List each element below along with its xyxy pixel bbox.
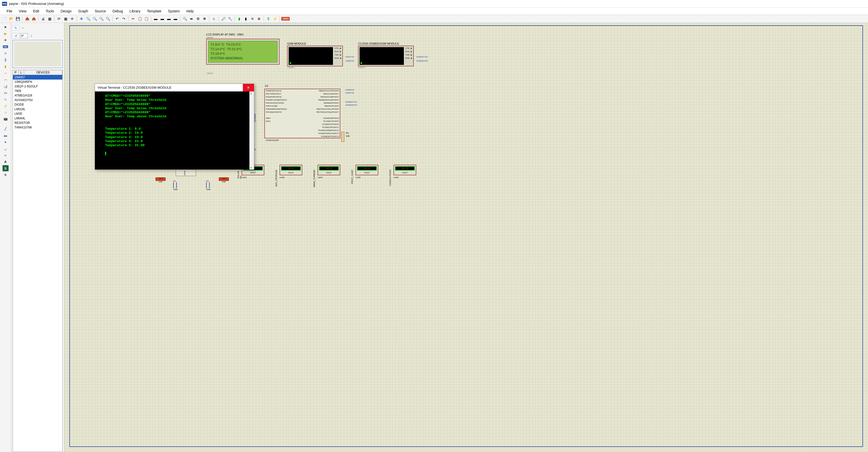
make-device-icon[interactable]: ➡ (188, 16, 194, 22)
device-item[interactable]: LM044L (13, 116, 62, 121)
virtual-instrument-icon[interactable]: 📟 (3, 116, 9, 122)
menu-design[interactable]: Design (58, 8, 75, 14)
text-script-tool-icon[interactable]: ≡ (3, 50, 9, 56)
circle-tool-icon[interactable]: ● (3, 139, 9, 145)
sensor-module[interactable]: WIND_TURBINE 19.0 VOUT LM35 (317, 165, 340, 179)
device-item[interactable]: LM016L (13, 107, 62, 112)
menu-system[interactable]: System (165, 8, 183, 14)
device-item[interactable]: DIODE (13, 102, 62, 107)
bus-tool-icon[interactable]: ╫ (3, 57, 9, 63)
device-list[interactable]: 1N4007 10WQ045FN 3361P-1-502GLF 7805 ATM… (13, 75, 63, 452)
menu-file[interactable]: File (4, 8, 16, 14)
sensor-module[interactable]: PROT_CONT 24.0 VOUT LM35 (355, 165, 378, 179)
zoom-in-icon[interactable]: 🔍 (85, 16, 91, 22)
device-item[interactable]: 3361P-1-502GLF (13, 84, 62, 89)
path-tool-icon[interactable]: ∞ (3, 152, 9, 158)
device-item[interactable]: ATMEGA328 (13, 93, 62, 98)
search-icon[interactable]: 🔎 (220, 16, 226, 22)
origin-icon[interactable]: ✛ (69, 16, 75, 22)
battery-1[interactable]: +12.0 Volts (155, 177, 165, 182)
terminal-scrollbar[interactable] (249, 91, 254, 170)
line-tool-icon[interactable]: ╱ (3, 126, 9, 132)
device-item[interactable]: 10WQ045FN (13, 80, 62, 84)
device-item[interactable]: LM35 (13, 112, 62, 116)
print-icon[interactable]: 🖨 (40, 16, 46, 22)
copy-icon[interactable]: 📋 (137, 16, 143, 22)
sensor-module[interactable]: CONDUCTORS 31.0 VOUT LM35 (394, 165, 416, 179)
flip-horizontal-icon[interactable]: ↔ (20, 25, 25, 30)
zoom-area-icon[interactable]: 🔍 (105, 16, 111, 22)
capacitor-c2[interactable]: C2 100u (206, 180, 211, 190)
pan-icon[interactable]: ✥ (79, 16, 85, 22)
current-probe-icon[interactable]: ↗ (3, 110, 9, 116)
refresh-icon[interactable]: ⟳ (56, 16, 62, 22)
bom-icon[interactable]: $ (266, 16, 272, 22)
pin-tool-icon[interactable]: ⊶ (3, 77, 9, 83)
terminal-titlebar[interactable]: Virtual Terminal - CC2530 ZIGBEE/GSM MOD… (95, 84, 254, 91)
erc-icon[interactable]: ⚡ (272, 16, 278, 22)
terminal-tool-icon[interactable]: ⊸ (3, 70, 9, 76)
voltage-probe-icon[interactable]: ⚡ (3, 103, 9, 109)
label-tool-icon[interactable]: LBL (3, 43, 9, 50)
text-tool-icon[interactable]: A (3, 159, 9, 165)
block-delete-icon[interactable]: ▬ (173, 16, 179, 22)
menu-edit[interactable]: Edit (30, 8, 42, 14)
graph-tool-icon[interactable]: 📊 (3, 83, 9, 89)
ares-button[interactable]: ARES (281, 17, 290, 21)
remove-sheet-icon[interactable]: ▮ (243, 16, 249, 22)
junction-tool-icon[interactable]: ✛ (3, 37, 9, 43)
virtual-terminal-window[interactable]: Virtual Terminal - CC2530 ZIGBEE/GSM MOD… (95, 84, 254, 170)
zoom-sheet-icon[interactable]: ⊕ (256, 16, 262, 22)
generator-tool-icon[interactable]: ∿ (3, 96, 9, 102)
overview-pane[interactable] (13, 40, 63, 68)
gsm-module[interactable]: GSM MODULE CTS RTS TXD RXD GSMTXD GSMRXD… (287, 42, 343, 66)
lcd-component[interactable]: LCD DISPLAY AT DMS - DMU LM044L T1:9.0 °… (206, 33, 280, 67)
device-header-p[interactable]: P (13, 70, 19, 75)
save-icon[interactable]: 💾 (15, 16, 21, 22)
pick-icon[interactable]: 🔍 (182, 16, 188, 22)
wire-autoroute-icon[interactable]: ⎌ (211, 16, 217, 22)
packaging-icon[interactable]: ⚙ (195, 16, 201, 22)
zigbee-module[interactable]: CC2530 ZIGBEE/GSM MODULE CTS RTS TXD RXD… (358, 42, 414, 66)
menu-help[interactable]: Help (183, 8, 197, 14)
menu-view[interactable]: View (16, 8, 30, 14)
block-copy-icon[interactable]: ▬ (153, 16, 159, 22)
device-header-l[interactable]: L (19, 70, 24, 75)
grid-icon[interactable]: ▦ (63, 16, 69, 22)
rotation-angle-field[interactable]: 0° (20, 33, 28, 38)
device-item[interactable]: AVX0402Y5V (13, 98, 62, 102)
close-icon[interactable]: ✕ (243, 84, 254, 91)
sensor-module[interactable]: BAT_STORAGE 14.0 VOUT LM35 (280, 165, 302, 179)
menu-library[interactable]: Library (127, 8, 144, 14)
device-item[interactable]: 1N4007 (13, 75, 62, 80)
box-tool-icon[interactable]: ▬ (3, 132, 9, 138)
print-area-icon[interactable]: ▦ (46, 16, 53, 22)
import-icon[interactable]: 📥 (24, 16, 30, 22)
zoom-all-icon[interactable]: 🔍 (98, 16, 104, 22)
menu-debug[interactable]: Debug (110, 8, 126, 14)
component-tool-icon[interactable]: ▶ (3, 30, 9, 36)
rotate-cw-icon[interactable]: ↻ (12, 25, 19, 30)
paste-icon[interactable]: 📋 (143, 16, 149, 22)
property-icon[interactable]: 🔧 (227, 16, 233, 22)
subcircuit-tool-icon[interactable]: ▮ (3, 63, 9, 69)
decompose-icon[interactable]: ✻ (202, 16, 208, 22)
undo-icon[interactable]: ↶ (114, 16, 120, 22)
marker-tool-icon[interactable]: ✛ (3, 172, 9, 178)
new-file-icon[interactable]: 📄 (2, 16, 8, 22)
battery-2[interactable]: +12.0 Volts (219, 177, 229, 182)
menu-source[interactable]: Source (92, 8, 109, 14)
block-rotate-icon[interactable]: ▬ (166, 16, 172, 22)
export-icon[interactable]: 📤 (31, 16, 37, 22)
resistor-r1[interactable]: R1 10k (340, 132, 345, 147)
rotate-ccw-icon[interactable]: ↺ (12, 33, 19, 38)
block-move-icon[interactable]: ▬ (159, 16, 165, 22)
open-file-icon[interactable]: 📂 (8, 16, 14, 22)
arc-tool-icon[interactable]: ◡ (3, 145, 9, 152)
device-item[interactable]: RESISTOR (13, 121, 62, 125)
tape-tool-icon[interactable]: ▭ (3, 90, 9, 96)
new-sheet-icon[interactable]: ▮ (236, 16, 242, 22)
flip-vertical-icon[interactable]: ↕ (29, 33, 34, 38)
schematic-canvas[interactable]: LCD DISPLAY AT DMS - DMU LM044L T1:9.0 °… (64, 23, 868, 452)
cut-icon[interactable]: ✂ (130, 16, 136, 22)
